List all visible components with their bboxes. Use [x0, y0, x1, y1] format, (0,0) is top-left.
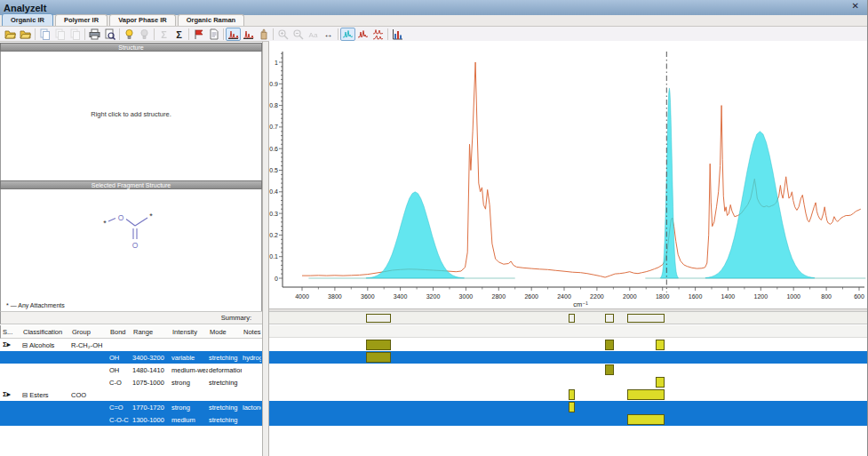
hints-button[interactable]	[122, 28, 137, 41]
range-bar	[627, 414, 665, 425]
hand-icon	[258, 28, 269, 40]
stack-view-button[interactable]	[355, 28, 370, 41]
bars-row[interactable]	[269, 376, 868, 388]
column-header-intensity[interactable]: Intensity	[172, 328, 197, 336]
column-header-group[interactable]: Group	[72, 328, 91, 336]
table-row-c-o-c[interactable]: C-O-C1300-1000mediumstretching	[0, 413, 262, 426]
svg-text:3000: 3000	[459, 293, 474, 300]
range-cell: 1075-1000	[132, 379, 171, 387]
flag-button[interactable]	[191, 28, 206, 41]
range-bar	[569, 402, 575, 412]
copy-icon	[69, 28, 81, 40]
report-button[interactable]	[206, 28, 221, 41]
prediction-peak	[660, 88, 678, 278]
svg-text:0.7: 0.7	[269, 124, 278, 130]
table-row-oh[interactable]: OH3400-3200variablestretchinghydrogen	[0, 351, 262, 364]
bars-row[interactable]	[269, 364, 868, 376]
prediction-peak	[366, 192, 464, 278]
bars-row[interactable]	[269, 351, 868, 364]
tab-organic-ir[interactable]: Organic IR	[2, 13, 53, 26]
structure-canvas[interactable]: Right click to add structure.	[0, 52, 262, 180]
copy-icon	[54, 28, 66, 40]
open-file-button[interactable]	[3, 28, 18, 41]
toolbar-separator	[119, 28, 120, 40]
histogram-view-button[interactable]	[390, 28, 405, 41]
folder-icon	[4, 28, 16, 40]
left-panel: Structure Right click to add structure. …	[0, 42, 262, 456]
bulb-icon	[123, 28, 135, 40]
table-row-esters[interactable]: Σ▸⊟ EstersCOO	[0, 388, 262, 401]
svg-text:3800: 3800	[328, 293, 342, 300]
fit-width-button[interactable]: ↔	[321, 28, 336, 41]
notes-cell: lactone	[243, 404, 261, 412]
column-header-bond[interactable]: Bond	[110, 328, 126, 336]
range-bar	[605, 340, 614, 350]
range-bar	[656, 340, 665, 350]
bars-row[interactable]	[269, 339, 868, 351]
zoomin-icon	[277, 28, 289, 40]
table-row-alcohols[interactable]: Σ▸⊟ AlcoholsR-CH₂-OH	[0, 339, 262, 351]
flag-icon	[193, 28, 204, 40]
svg-text:0.6: 0.6	[269, 146, 278, 152]
tab-vapor-phase-ir[interactable]: Vapor Phase IR	[109, 14, 176, 26]
spectrum-icon	[342, 28, 354, 40]
summary-range-bar	[605, 314, 614, 323]
svg-text:1: 1	[275, 60, 278, 66]
overlay-view-button[interactable]	[340, 28, 355, 41]
svg-text:2000: 2000	[623, 293, 637, 300]
sigma-icon: Σ	[158, 28, 170, 40]
svg-text:Σ: Σ	[176, 28, 182, 39]
zoom-out-button	[291, 28, 306, 41]
table-header-row: S...ClassificationGroupBondRangeIntensit…	[0, 325, 262, 339]
print-preview-button[interactable]	[102, 28, 117, 41]
peak-pick-button[interactable]	[226, 28, 241, 41]
abc-icon: Aa	[307, 28, 319, 40]
column-header-s[interactable]: S...	[3, 328, 12, 336]
intensity-cell: medium-wea	[171, 366, 208, 374]
tab-polymer-ir[interactable]: Polymer IR	[55, 14, 108, 26]
bars-row[interactable]	[269, 401, 868, 413]
prediction-peak	[705, 132, 815, 278]
toolbar-separator	[338, 28, 338, 40]
copy-button[interactable]	[37, 28, 52, 41]
split-view-button[interactable]	[370, 28, 386, 41]
table-row-oh[interactable]: OH1480-1410medium-weadeformation	[0, 364, 262, 376]
tab-strip: Organic IRPolymer IRVapor Phase IROrgani…	[0, 15, 868, 27]
print-button[interactable]	[87, 28, 102, 41]
svg-text:2800: 2800	[492, 293, 506, 300]
fragment-canvas[interactable]: *OO* * — Any Attachments	[0, 189, 262, 311]
column-header-classification[interactable]: Classification	[23, 328, 62, 336]
open-library-button[interactable]	[18, 28, 33, 41]
mode-cell: deformation	[209, 366, 242, 374]
peaks-icon	[227, 28, 239, 40]
zoomout-icon	[292, 28, 304, 40]
column-header-mode[interactable]: Mode	[210, 328, 227, 336]
svg-text:0.1: 0.1	[269, 253, 278, 260]
svg-text:1600: 1600	[689, 293, 703, 300]
column-header-range[interactable]: Range	[133, 328, 153, 336]
panel-splitter[interactable]	[262, 42, 269, 456]
svg-text:1000: 1000	[786, 293, 800, 300]
intensity-cell: variable	[171, 354, 208, 362]
close-icon[interactable]: ✕	[852, 1, 859, 11]
bars-row[interactable]	[269, 388, 868, 401]
peak-label-button[interactable]	[241, 28, 256, 41]
bars-rows	[269, 339, 868, 426]
spectrum-chart[interactable]: 00.10.20.30.40.50.60.70.80.9140003800360…	[269, 41, 868, 308]
window-title: AnalyzeIt	[0, 3, 46, 13]
fragment-structure-drawing: *OO*	[1, 189, 261, 307]
table-row-c=o[interactable]: C=O1770-1720strongstretchinglactone	[0, 401, 262, 413]
column-header-notes[interactable]: Notes	[243, 328, 261, 336]
structure-panel-header: Structure	[0, 43, 262, 52]
pan-button[interactable]	[256, 28, 271, 41]
sum-button[interactable]: Σ	[171, 28, 187, 41]
table-row-c-o[interactable]: C-O1075-1000strongstretching	[0, 376, 262, 388]
hints-off-button	[137, 28, 152, 41]
svg-text:2600: 2600	[524, 293, 538, 300]
svg-text:0.8: 0.8	[269, 102, 278, 108]
range-bar	[569, 389, 575, 400]
range-bar	[605, 364, 614, 375]
bars-row[interactable]	[269, 413, 868, 426]
tab-organic-raman[interactable]: Organic Raman	[178, 14, 244, 26]
svg-text:3400: 3400	[394, 293, 408, 300]
